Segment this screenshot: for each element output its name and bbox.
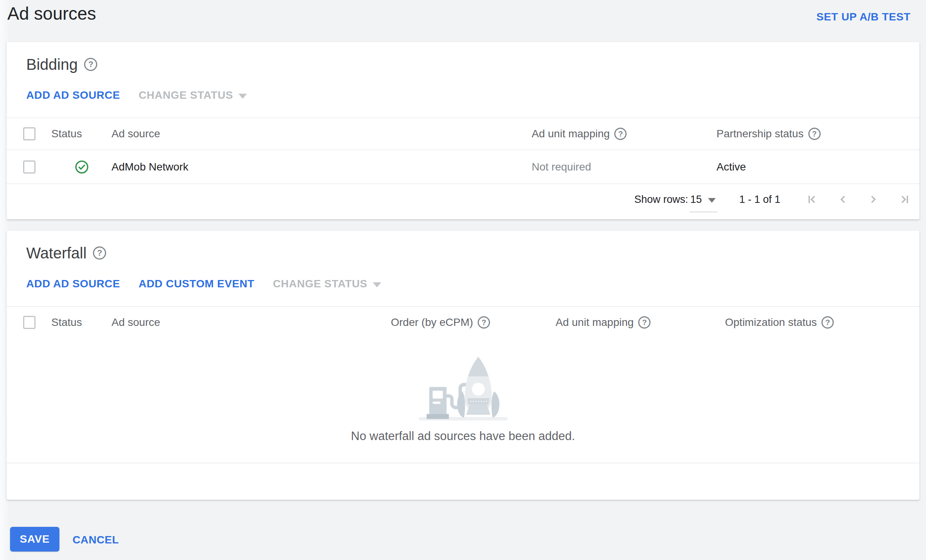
first-page-icon[interactable]	[806, 192, 820, 206]
waterfall-empty-message: No waterfall ad sources have been added.	[351, 429, 575, 443]
bidding-help-icon[interactable]: ?	[84, 58, 97, 71]
partnership-status-help-icon[interactable]: ?	[808, 128, 821, 140]
bidding-row-checkbox[interactable]	[23, 160, 35, 174]
bidding-card: Bidding ? ADD AD SOURCE CHANGE STATUS St…	[7, 42, 919, 219]
setup-ab-test-link[interactable]: SET UP A/B TEST	[816, 11, 911, 23]
rocket-fuel-pump-illustration	[418, 355, 509, 423]
waterfall-help-icon[interactable]: ?	[93, 246, 106, 260]
waterfall-add-custom-event-button[interactable]: ADD CUSTOM EVENT	[139, 278, 254, 290]
waterfall-table-header-row: Status Ad source Order (by eCPM) ? Ad un…	[7, 306, 919, 338]
show-rows-label: Show rows:	[634, 194, 688, 206]
waterfall-header-ad-unit-mapping: Ad unit mapping ?	[556, 316, 651, 329]
bidding-header-status: Status	[51, 128, 82, 140]
page-footer: SAVE CANCEL	[0, 500, 926, 560]
bidding-header-ad-unit-mapping: Ad unit mapping ?	[532, 128, 627, 140]
bidding-cell-ad-unit-mapping: Not required	[532, 161, 591, 173]
waterfall-card: Waterfall ? ADD AD SOURCE ADD CUSTOM EVE…	[7, 231, 919, 500]
waterfall-empty-state: No waterfall ad sources have been added.	[7, 338, 919, 463]
save-button[interactable]: SAVE	[10, 527, 59, 552]
waterfall-card-header: Waterfall ? ADD AD SOURCE ADD CUSTOM EVE…	[7, 231, 919, 306]
select-caret-icon	[708, 198, 716, 202]
rows-per-page-select[interactable]: 15	[690, 194, 716, 206]
optimization-status-help-icon[interactable]: ?	[821, 316, 834, 329]
bidding-header-partnership-status: Partnership status ?	[716, 128, 821, 140]
page-title: Ad sources	[7, 3, 96, 24]
last-page-icon[interactable]	[897, 192, 911, 206]
status-active-check-icon	[74, 160, 89, 174]
bidding-change-status-label: CHANGE STATUS	[139, 89, 233, 101]
bidding-select-all-checkbox[interactable]	[23, 127, 35, 140]
waterfall-header-status: Status	[51, 316, 82, 329]
waterfall-change-status-label: CHANGE STATUS	[273, 278, 367, 290]
waterfall-add-ad-source-button[interactable]: ADD AD SOURCE	[26, 278, 120, 290]
top-bar: Ad sources SET UP A/B TEST	[0, 0, 926, 42]
cancel-button[interactable]: CANCEL	[73, 534, 119, 546]
waterfall-header-order: Order (by eCPM) ?	[391, 316, 490, 329]
next-page-icon[interactable]	[866, 192, 880, 206]
chevron-down-icon	[373, 282, 381, 287]
waterfall-select-all-checkbox[interactable]	[23, 316, 35, 329]
bidding-header-ad-source: Ad source	[112, 128, 160, 140]
bidding-change-status-button[interactable]: CHANGE STATUS	[139, 89, 247, 101]
bidding-section-title: Bidding	[26, 56, 78, 73]
bidding-table-row: AdMob Network Not required Active	[7, 150, 919, 184]
waterfall-card-footer	[7, 463, 919, 500]
waterfall-change-status-button[interactable]: CHANGE STATUS	[273, 278, 381, 290]
previous-page-icon[interactable]	[836, 192, 850, 206]
ad-unit-mapping-help-icon[interactable]: ?	[614, 128, 627, 140]
order-by-ecpm-help-icon[interactable]: ?	[478, 316, 490, 329]
waterfall-header-ad-source: Ad source	[112, 316, 160, 329]
chevron-down-icon	[238, 94, 247, 99]
bidding-cell-ad-source: AdMob Network	[112, 161, 188, 173]
bidding-card-header: Bidding ? ADD AD SOURCE CHANGE STATUS	[7, 42, 919, 118]
rows-per-page-value: 15	[690, 194, 702, 206]
bidding-add-ad-source-button[interactable]: ADD AD SOURCE	[26, 89, 120, 101]
bidding-pagination: Show rows: 15 1 - 1 of 1	[7, 184, 919, 219]
waterfall-header-optimization-status: Optimization status ?	[725, 316, 834, 329]
bidding-cell-partnership-status: Active	[716, 161, 746, 173]
ad-unit-mapping-help-icon[interactable]: ?	[638, 316, 651, 329]
pagination-range: 1 - 1 of 1	[739, 194, 781, 206]
bidding-table-header-row: Status Ad source Ad unit mapping ? Partn…	[7, 118, 919, 150]
waterfall-section-title: Waterfall	[26, 245, 86, 262]
